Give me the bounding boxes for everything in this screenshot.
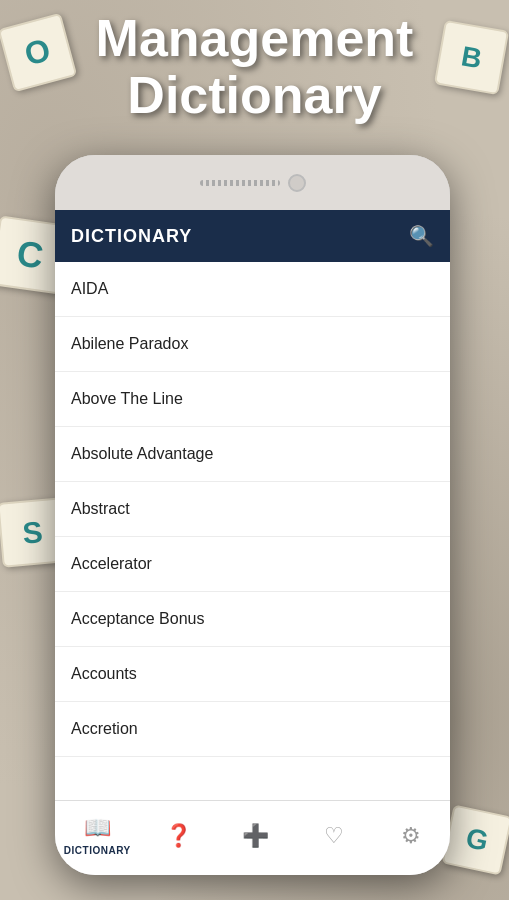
dictionary-icon: 📖 <box>84 815 111 841</box>
search-button[interactable]: 🔍 <box>409 224 434 248</box>
heart-icon: ♡ <box>324 823 344 849</box>
nav-item-add[interactable]: ➕ <box>226 823 286 849</box>
list-item[interactable]: Acceptance Bonus <box>55 592 450 647</box>
nav-item-dictionary[interactable]: 📖 DICTIONARY <box>64 815 131 856</box>
list-item[interactable]: Accretion <box>55 702 450 757</box>
dictionary-list[interactable]: AIDA Abilene Paradox Above The Line Abso… <box>55 262 450 800</box>
list-item[interactable]: Accelerator <box>55 537 450 592</box>
help-icon: ❓ <box>165 823 192 849</box>
list-item[interactable]: Abilene Paradox <box>55 317 450 372</box>
phone-top-bar <box>55 155 450 210</box>
phone-frame: DICTIONARY 🔍 AIDA Abilene Paradox Above … <box>55 155 450 875</box>
app-title-area: Management Dictionary <box>0 10 509 124</box>
phone-screen: DICTIONARY 🔍 AIDA Abilene Paradox Above … <box>55 210 450 800</box>
list-item[interactable]: Absolute Advantage <box>55 427 450 482</box>
nav-item-settings[interactable]: ⚙ <box>381 823 441 849</box>
list-item[interactable]: Abstract <box>55 482 450 537</box>
list-item[interactable]: Accounts <box>55 647 450 702</box>
nav-item-help[interactable]: ❓ <box>148 823 208 849</box>
list-item[interactable]: Above The Line <box>55 372 450 427</box>
dictionary-header: DICTIONARY 🔍 <box>55 210 450 262</box>
dictionary-title: DICTIONARY <box>71 226 192 247</box>
add-icon: ➕ <box>242 823 269 849</box>
list-item[interactable]: AIDA <box>55 262 450 317</box>
nav-item-favorites[interactable]: ♡ <box>304 823 364 849</box>
speaker-grill <box>200 180 280 186</box>
camera-dot <box>288 174 306 192</box>
settings-icon: ⚙ <box>401 823 421 849</box>
nav-dictionary-label: DICTIONARY <box>64 845 131 856</box>
tile-right-bottom: G <box>441 804 509 875</box>
bottom-nav: 📖 DICTIONARY ❓ ➕ ♡ ⚙ <box>55 800 450 875</box>
app-title: Management Dictionary <box>0 10 509 124</box>
